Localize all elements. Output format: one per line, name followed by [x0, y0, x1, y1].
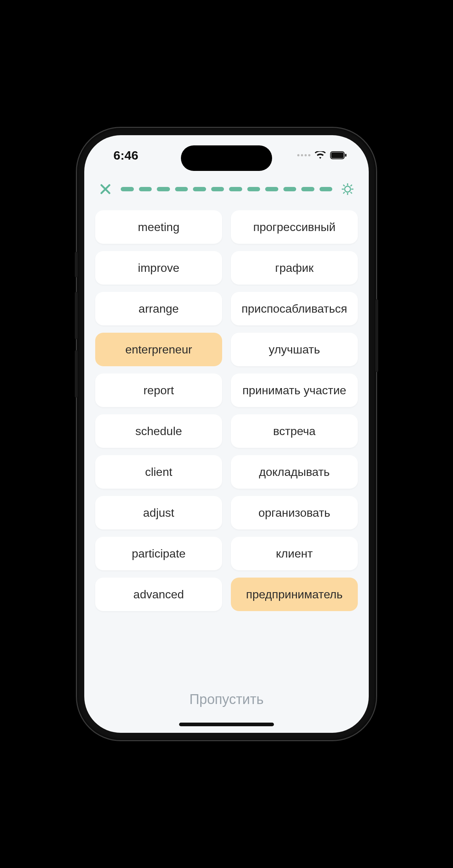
- progress-segment: [139, 187, 152, 191]
- word-label: improve: [138, 261, 179, 275]
- word-card-right[interactable]: организовать: [231, 496, 358, 529]
- word-card-left[interactable]: enterpreneur: [95, 333, 222, 366]
- progress-segment: [320, 187, 333, 191]
- progress-segment: [301, 187, 314, 191]
- word-label: клиент: [276, 547, 313, 560]
- word-label: организовать: [258, 506, 330, 520]
- progress-segment: [283, 187, 297, 191]
- word-card-left[interactable]: participate: [95, 537, 222, 570]
- svg-line-10: [351, 185, 352, 186]
- skip-label: Пропустить: [189, 692, 264, 707]
- progress-segment: [247, 187, 260, 191]
- word-label: meeting: [138, 220, 179, 234]
- progress-segment: [211, 187, 224, 191]
- status-time: 6:46: [113, 148, 138, 163]
- status-right: [297, 151, 347, 159]
- word-label: предприниматель: [246, 588, 343, 601]
- word-card-right[interactable]: принимать участие: [231, 374, 358, 407]
- phone-frame: 6:46 meetingimprov: [77, 128, 376, 740]
- volume-up-button: [75, 292, 78, 339]
- right-column: прогрессивныйграфикприспосабливатьсяулуч…: [231, 210, 358, 673]
- progress-segment: [157, 187, 170, 191]
- gear-icon[interactable]: [339, 183, 356, 196]
- svg-line-8: [343, 185, 345, 186]
- word-card-left[interactable]: meeting: [95, 210, 222, 244]
- word-card-right[interactable]: докладывать: [231, 455, 358, 489]
- word-card-left[interactable]: client: [95, 455, 222, 489]
- word-card-right[interactable]: график: [231, 251, 358, 285]
- dynamic-island: [181, 145, 272, 171]
- word-card-left[interactable]: improve: [95, 251, 222, 285]
- volume-down-button: [75, 350, 78, 398]
- word-label: прогрессивный: [253, 220, 336, 234]
- word-card-right[interactable]: клиент: [231, 537, 358, 570]
- word-label: adjust: [143, 506, 174, 520]
- top-bar: [84, 175, 369, 199]
- word-label: advanced: [133, 588, 184, 601]
- word-card-right[interactable]: встреча: [231, 414, 358, 448]
- wifi-icon: [315, 151, 326, 159]
- word-label: schedule: [135, 425, 182, 438]
- close-icon[interactable]: [97, 184, 114, 195]
- word-label: улучшать: [269, 343, 320, 356]
- progress-segment: [265, 187, 278, 191]
- left-column: meetingimprovearrangeenterpreneurreports…: [95, 210, 222, 673]
- progress-bar: [121, 187, 332, 191]
- word-card-right[interactable]: улучшать: [231, 333, 358, 366]
- word-label: arrange: [139, 302, 179, 316]
- svg-rect-2: [345, 154, 346, 157]
- progress-segment: [193, 187, 206, 191]
- word-label: enterpreneur: [125, 343, 192, 356]
- word-label: докладывать: [259, 465, 330, 479]
- word-card-left[interactable]: report: [95, 374, 222, 407]
- svg-line-9: [351, 192, 352, 193]
- word-card-left[interactable]: arrange: [95, 292, 222, 325]
- word-card-right[interactable]: прогрессивный: [231, 210, 358, 244]
- word-card-left[interactable]: advanced: [95, 578, 222, 611]
- word-card-left[interactable]: schedule: [95, 414, 222, 448]
- word-label: participate: [132, 547, 186, 560]
- progress-segment: [229, 187, 242, 191]
- svg-line-11: [343, 192, 345, 193]
- svg-rect-1: [331, 152, 344, 158]
- word-label: график: [275, 261, 313, 275]
- word-card-right[interactable]: предприниматель: [231, 578, 358, 611]
- word-label: встреча: [273, 425, 315, 438]
- progress-segment: [175, 187, 188, 191]
- svg-point-3: [345, 186, 351, 192]
- word-card-right[interactable]: приспосабливаться: [231, 292, 358, 325]
- word-card-left[interactable]: adjust: [95, 496, 222, 529]
- screen: 6:46 meetingimprov: [84, 135, 369, 733]
- matching-grid: meetingimprovearrangeenterpreneurreports…: [84, 199, 369, 677]
- home-indicator[interactable]: [179, 723, 274, 726]
- side-button: [75, 252, 78, 277]
- word-label: принимать участие: [243, 384, 346, 397]
- word-label: приспосабливаться: [241, 302, 347, 316]
- progress-segment: [121, 187, 134, 191]
- power-button: [375, 299, 378, 372]
- word-label: report: [143, 384, 174, 397]
- cellular-dots-icon: [297, 154, 310, 156]
- word-label: client: [145, 465, 173, 479]
- battery-icon: [330, 151, 347, 159]
